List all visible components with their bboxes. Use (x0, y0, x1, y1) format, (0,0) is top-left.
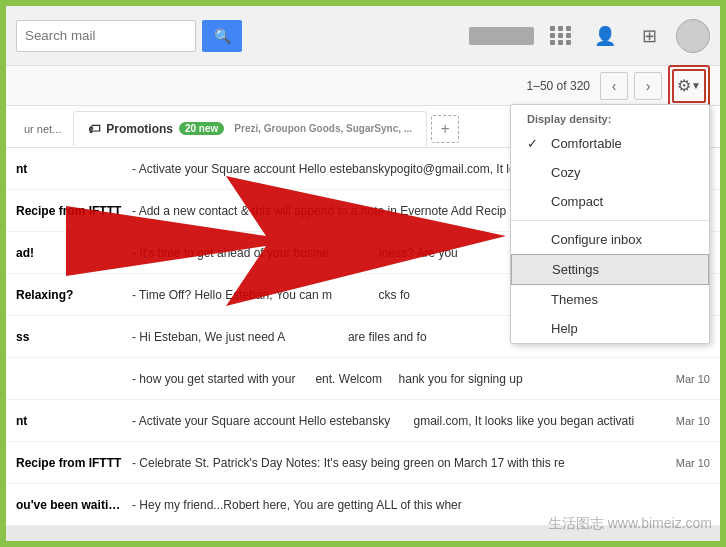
tab-promotions[interactable]: 🏷 Promotions 20 new Prezi, Groupon Goods… (73, 111, 427, 147)
menu-item-configure-inbox[interactable]: Configure inbox (511, 225, 709, 254)
display-density-label: Display density: (511, 105, 709, 129)
email-sender: ou've been waiting for... (16, 498, 126, 512)
page-frame: 🔍 esteban... 👤 ⊞ (0, 0, 726, 547)
bell-icon: 👤 (594, 25, 616, 47)
menu-item-settings[interactable]: Settings (511, 254, 709, 285)
blurred-user-text: esteban... (469, 27, 534, 45)
avatar[interactable] (676, 19, 710, 53)
email-date: Mar 10 (676, 373, 710, 385)
search-box-container: 🔍 (16, 20, 316, 52)
plus-icon: + (440, 120, 449, 138)
table-row[interactable]: Recipe from IFTTT - Celebrate St. Patric… (6, 442, 720, 484)
gear-icon: ⚙ (677, 76, 691, 95)
menu-item-compact[interactable]: Compact (511, 187, 709, 216)
tab-net: ur net... (16, 111, 69, 147)
email-sender: Recipe from IFTTT (16, 204, 126, 218)
menu-item-cozy[interactable]: Cozy (511, 158, 709, 187)
configure-inbox-label: Configure inbox (551, 232, 642, 247)
promotions-sub: Prezi, Groupon Goods, SugarSync, ... (234, 123, 412, 134)
email-sender: Relaxing? (16, 288, 126, 302)
search-icon: 🔍 (214, 28, 231, 44)
watermark: 生活图志 www.bimeiz.com (548, 515, 712, 533)
promotions-badge: 20 new (179, 122, 224, 135)
email-date: Mar 10 (676, 415, 710, 427)
gear-wrapper: ⚙ ▼ (668, 65, 710, 107)
dropdown-menu: Display density: Comfortable Cozy Compac… (510, 104, 710, 344)
email-subject: - how you get started with your ent. Wel… (132, 372, 662, 386)
menu-item-help[interactable]: Help (511, 314, 709, 343)
table-row[interactable]: nt - Activate your Square account Hello … (6, 400, 720, 442)
email-sender: nt (16, 414, 126, 428)
menu-item-themes[interactable]: Themes (511, 285, 709, 314)
notifications-button[interactable]: 👤 (588, 19, 622, 53)
promotions-label: Promotions (106, 122, 173, 136)
top-right-icons: esteban... 👤 ⊞ (469, 19, 710, 53)
compose-button[interactable]: ⊞ (632, 19, 666, 53)
prev-page-button[interactable]: ‹ (600, 72, 628, 100)
apps-grid-icon (550, 26, 572, 45)
pagination-info: 1–50 of 320 (527, 79, 590, 93)
compose-icon: ⊞ (642, 25, 657, 47)
email-sender: Recipe from IFTTT (16, 456, 126, 470)
email-sender: ss (16, 330, 126, 344)
email-subject: - Celebrate St. Patrick's Day Notes: It'… (132, 456, 662, 470)
email-subject: - Hey my friend...Robert here, You are g… (132, 498, 710, 512)
dropdown-arrow-icon: ▼ (691, 80, 701, 91)
chevron-right-icon: › (646, 78, 651, 94)
chevron-left-icon: ‹ (612, 78, 617, 94)
search-input[interactable] (16, 20, 196, 52)
menu-item-comfortable[interactable]: Comfortable (511, 129, 709, 158)
settings-gear-button[interactable]: ⚙ ▼ (672, 69, 706, 103)
email-subject: - Activate your Square account Hello est… (132, 414, 662, 428)
menu-divider (511, 220, 709, 221)
next-page-button[interactable]: › (634, 72, 662, 100)
add-tab-button[interactable]: + (431, 115, 459, 143)
table-row[interactable]: - how you get started with your ent. Wel… (6, 358, 720, 400)
search-button[interactable]: 🔍 (202, 20, 242, 52)
top-bar: 🔍 esteban... 👤 ⊞ (6, 6, 720, 66)
email-sender: nt (16, 162, 126, 176)
menu-item-comfortable-label: Comfortable (551, 136, 622, 151)
themes-label: Themes (551, 292, 598, 307)
toolbar-row: 1–50 of 320 ‹ › ⚙ ▼ (6, 66, 720, 106)
apps-button[interactable] (544, 19, 578, 53)
email-sender: ad! (16, 246, 126, 260)
promotions-icon: 🏷 (88, 122, 100, 136)
email-date: Mar 10 (676, 457, 710, 469)
settings-label: Settings (552, 262, 599, 277)
menu-item-cozy-label: Cozy (551, 165, 581, 180)
help-label: Help (551, 321, 578, 336)
menu-item-compact-label: Compact (551, 194, 603, 209)
